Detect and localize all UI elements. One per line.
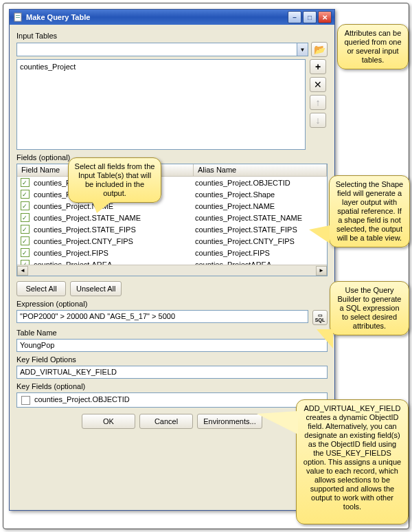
fields-body[interactable]: ✓counties_Project.OBJECTIDcounties_Proje… bbox=[17, 177, 327, 265]
table-name-input[interactable]: YoungPop bbox=[16, 339, 328, 352]
row-checkbox[interactable]: ✓ bbox=[21, 213, 30, 222]
key-field-options-label: Key Field Options bbox=[16, 355, 328, 364]
alias-name-cell: counties_Project.STATE_NAME bbox=[194, 214, 327, 222]
callout-fields: Select all fields from the Input Table(s… bbox=[68, 157, 161, 203]
browse-button[interactable]: 📂 bbox=[311, 42, 328, 57]
key-field-options-input[interactable]: ADD_VIRTUAL_KEY_FIELD bbox=[16, 366, 328, 379]
arrow-down-icon: ↓ bbox=[316, 115, 321, 126]
table-row[interactable]: ✓counties_Project.STATE_NAMEcounties_Pro… bbox=[17, 212, 327, 223]
maximize-button[interactable]: □ bbox=[303, 11, 317, 23]
folder-open-icon: 📂 bbox=[314, 44, 325, 55]
arrow-up-icon: ↑ bbox=[316, 97, 321, 108]
remove-button[interactable]: ✕ bbox=[310, 77, 326, 92]
x-icon: ✕ bbox=[314, 79, 322, 90]
scroll-left-icon[interactable]: ◄ bbox=[17, 266, 28, 276]
input-tables-value bbox=[17, 43, 297, 56]
tables-side-buttons: + ✕ ↑ ↓ bbox=[310, 59, 328, 150]
fields-table: Field Name Alias Name ✓counties_Project.… bbox=[16, 164, 328, 276]
fields-header: Field Name Alias Name bbox=[17, 164, 327, 177]
table-row[interactable]: ✓counties_Project.CNTY_FIPScounties_Proj… bbox=[17, 235, 327, 247]
callout-query-builder: Use the Query Builder to generate a SQL … bbox=[330, 281, 409, 335]
move-down-button[interactable]: ↓ bbox=[310, 113, 326, 128]
table-row[interactable]: ✓counties_Project.FIPScounties_Project.F… bbox=[17, 247, 327, 258]
callout-shape-field: Selecting the Shape field will generate … bbox=[329, 175, 410, 247]
alias-name-cell: counties_Project.STATE_FIPS bbox=[194, 225, 327, 234]
svg-rect-2 bbox=[16, 17, 20, 18]
table-row[interactable]: ✓counties_Project.Shapecounties_Project.… bbox=[17, 188, 327, 200]
row-checkbox[interactable]: ✓ bbox=[21, 178, 30, 187]
minimize-button[interactable]: – bbox=[288, 11, 301, 23]
unselect-all-button[interactable]: Unselect All bbox=[70, 281, 122, 296]
input-tables-label: Input Tables bbox=[16, 32, 328, 40]
ok-button[interactable]: OK bbox=[82, 414, 135, 429]
key-field-checkbox[interactable] bbox=[21, 396, 30, 405]
alias-name-cell: counties_Project.NAME bbox=[194, 202, 327, 210]
expression-input[interactable]: "POP2000" > 20000 AND "AGE_5_17" > 5000 bbox=[16, 310, 308, 323]
row-checkbox[interactable]: ✓ bbox=[21, 248, 30, 257]
page-frame: Make Query Table – □ ✕ Input Tables ▼ 📂 … bbox=[3, 3, 409, 529]
alias-name-cell: counties_Project.Shape bbox=[194, 190, 327, 199]
list-item[interactable]: counties_Project bbox=[20, 63, 302, 71]
table-row[interactable]: ✓counties_Project.NAMEcounties_Project.N… bbox=[17, 200, 327, 212]
expression-row: "POP2000" > 20000 AND "AGE_5_17" > 5000 … bbox=[16, 310, 328, 325]
row-checkbox[interactable]: ✓ bbox=[21, 201, 30, 210]
dialog-window: Make Query Table – □ ✕ Input Tables ▼ 📂 … bbox=[9, 9, 335, 511]
h-scrollbar[interactable]: ◄ ► bbox=[17, 265, 327, 276]
sql-label: SQL bbox=[315, 318, 325, 322]
expression-label: Expression (optional) bbox=[16, 300, 328, 308]
alias-name-cell: counties_Project.CNTY_FIPS bbox=[194, 237, 327, 245]
field-name-cell: counties_Project.NAME bbox=[32, 202, 194, 210]
input-tables-list[interactable]: counties_Project bbox=[16, 59, 306, 150]
key-field-item[interactable]: counties_Project.OBJECTID bbox=[34, 395, 130, 403]
row-checkbox[interactable]: ✓ bbox=[21, 260, 30, 265]
move-up-button[interactable]: ↑ bbox=[310, 95, 326, 110]
alias-name-cell: counties_Project.OBJECTID bbox=[194, 179, 327, 187]
col-alias-name[interactable]: Alias Name bbox=[194, 164, 327, 176]
sql-icon: ▭ bbox=[318, 313, 323, 318]
cancel-button[interactable]: Cancel bbox=[139, 414, 193, 429]
select-buttons-row: Select All Unselect All bbox=[16, 281, 328, 296]
field-name-cell: counties_Project.CNTY_FIPS bbox=[32, 237, 194, 245]
field-name-cell: counties_Project.STATE_FIPS bbox=[32, 225, 194, 234]
field-name-cell: counties_Project.FIPS bbox=[32, 249, 194, 257]
dialog-content: Input Tables ▼ 📂 counties_Project + ✕ ↑ bbox=[10, 25, 334, 510]
table-row[interactable]: ✓counties_Project.AREAcounties_ProjectAR… bbox=[17, 258, 327, 265]
sql-builder-button[interactable]: ▭ SQL bbox=[312, 310, 328, 325]
input-tables-combo[interactable]: ▼ bbox=[16, 43, 308, 56]
svg-rect-1 bbox=[16, 15, 20, 16]
table-row[interactable]: ✓counties_Project.OBJECTIDcounties_Proje… bbox=[17, 177, 327, 188]
app-icon bbox=[12, 12, 23, 23]
key-fields-label: Key Fields (optional) bbox=[16, 382, 328, 390]
table-row[interactable]: ✓counties_Project.STATE_FIPScounties_Pro… bbox=[17, 223, 327, 235]
row-checkbox[interactable]: ✓ bbox=[21, 225, 30, 234]
callout-input-tables: Attributes can be queried from one or se… bbox=[337, 24, 409, 69]
titlebar[interactable]: Make Query Table – □ ✕ bbox=[10, 10, 334, 25]
plus-icon: + bbox=[315, 61, 321, 72]
chevron-down-icon[interactable]: ▼ bbox=[297, 43, 308, 56]
alias-name-cell: counties_Project.FIPS bbox=[194, 249, 327, 257]
close-button[interactable]: ✕ bbox=[318, 11, 332, 23]
field-name-cell: counties_Project.STATE_NAME bbox=[32, 214, 194, 222]
add-button[interactable]: + bbox=[310, 59, 326, 74]
scroll-right-icon[interactable]: ► bbox=[316, 266, 327, 276]
row-checkbox[interactable]: ✓ bbox=[21, 190, 30, 199]
callout-key-field: ADD_VIRTUAL_KEY_FIELD creates a dynamic … bbox=[296, 399, 409, 524]
window-title: Make Query Table bbox=[26, 13, 286, 21]
row-checkbox[interactable]: ✓ bbox=[21, 236, 30, 245]
fields-label: Fields (optional) bbox=[16, 153, 328, 162]
input-tables-row: ▼ 📂 bbox=[16, 42, 328, 57]
tables-area: counties_Project + ✕ ↑ ↓ bbox=[16, 59, 328, 150]
key-fields-list[interactable]: counties_Project.OBJECTID bbox=[16, 392, 328, 408]
environments-button[interactable]: Environments... bbox=[197, 414, 262, 429]
select-all-button[interactable]: Select All bbox=[16, 281, 66, 296]
table-name-label: Table Name bbox=[16, 329, 328, 337]
